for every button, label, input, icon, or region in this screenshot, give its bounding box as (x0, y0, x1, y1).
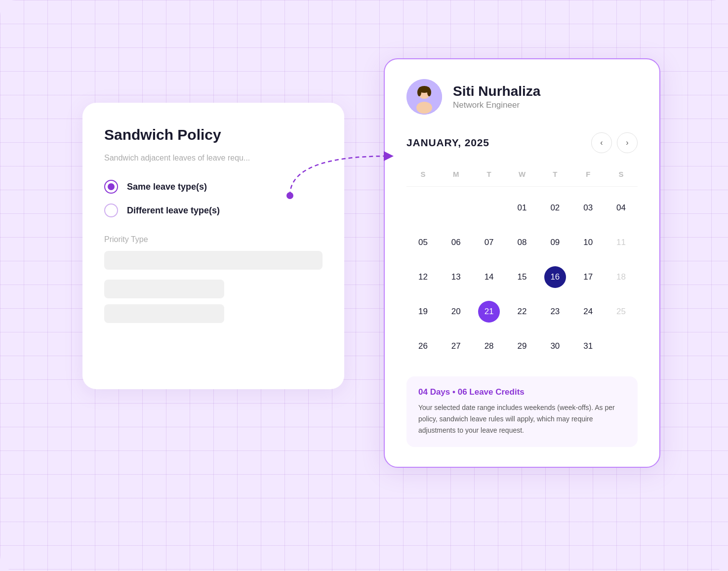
calendar-next-button[interactable]: › (617, 132, 638, 153)
cal-day-25[interactable]: 25 (605, 295, 638, 328)
sandwich-policy-card: Sandwich Policy Sandwich adjacent leaves… (82, 103, 344, 389)
profile-name: Siti Nurhaliza (453, 83, 540, 99)
cal-day-27[interactable]: 27 (440, 330, 473, 363)
cal-day-12[interactable]: 12 (406, 261, 440, 293)
svg-point-6 (427, 88, 431, 96)
cal-day-26[interactable]: 26 (406, 330, 440, 363)
cal-day-02[interactable]: 02 (538, 192, 571, 224)
cal-day-11[interactable]: 11 (605, 226, 638, 259)
cal-day-30[interactable]: 30 (538, 330, 571, 363)
arrow-connector (285, 151, 399, 212)
scene: Sandwich Policy Sandwich adjacent leaves… (68, 43, 660, 528)
cal-day-21[interactable]: 21 (473, 295, 506, 328)
cal-day-05[interactable]: 05 (406, 226, 440, 259)
svg-point-0 (286, 192, 293, 199)
cal-day-28[interactable]: 28 (473, 330, 506, 363)
cal-day-31[interactable]: 31 (571, 330, 605, 363)
profile-info: Siti Nurhaliza Network Engineer (453, 83, 540, 110)
avatar (406, 79, 442, 115)
cal-day-09[interactable]: 09 (538, 226, 571, 259)
calendar-prev-button[interactable]: ‹ (591, 132, 612, 153)
calendar-nav: ‹ › (591, 132, 638, 153)
radio-circle-same[interactable] (104, 180, 118, 194)
calendar-card: Siti Nurhaliza Network Engineer JANUARY,… (384, 58, 660, 468)
summary-highlight: 04 Days • 06 Leave Credits (418, 387, 626, 397)
cal-day-17[interactable]: 17 (571, 261, 605, 293)
dow-thu: T (538, 167, 571, 184)
svg-point-3 (416, 102, 432, 114)
dow-sat: S (605, 167, 638, 184)
radio-label-different: Different leave type(s) (127, 205, 220, 216)
cal-day-19[interactable]: 19 (406, 295, 440, 328)
cal-day-06[interactable]: 06 (440, 226, 473, 259)
cal-day-13[interactable]: 13 (440, 261, 473, 293)
calendar-days: 01 02 03 04 05 06 07 08 09 10 11 12 13 1… (406, 192, 638, 363)
dow-mon: M (440, 167, 473, 184)
dow-fri: F (571, 167, 605, 184)
summary-text: Your selected date range includes weeken… (418, 402, 626, 436)
cal-day-29[interactable]: 29 (506, 330, 539, 363)
svg-point-5 (417, 88, 421, 96)
radio-circle-different[interactable] (104, 204, 118, 217)
cal-day-23[interactable]: 23 (538, 295, 571, 328)
cal-day-15[interactable]: 15 (506, 261, 539, 293)
cal-day-10[interactable]: 10 (571, 226, 605, 259)
cal-day-14[interactable]: 14 (473, 261, 506, 293)
priority-type-input-2[interactable] (104, 280, 224, 298)
sandwich-policy-title: Sandwich Policy (104, 126, 323, 143)
cal-day-20[interactable]: 20 (440, 295, 473, 328)
cal-day-empty-1 (406, 192, 440, 224)
calendar-grid: S M T W T F S 01 02 03 04 05 06 (406, 167, 638, 363)
calendar-month-year: JANUARY, 2025 (406, 137, 489, 149)
calendar-header: JANUARY, 2025 ‹ › (406, 132, 638, 153)
dow-wed: W (506, 167, 539, 184)
priority-type-input-1[interactable] (104, 251, 323, 270)
cal-day-24[interactable]: 24 (571, 295, 605, 328)
priority-type-input-3[interactable] (104, 304, 224, 323)
cal-day-empty-2 (440, 192, 473, 224)
summary-box: 04 Days • 06 Leave Credits Your selected… (406, 376, 638, 447)
cal-day-01[interactable]: 01 (506, 192, 539, 224)
cal-day-04[interactable]: 04 (605, 192, 638, 224)
profile-role: Network Engineer (453, 100, 540, 110)
cal-day-22[interactable]: 22 (506, 295, 539, 328)
dow-tue: T (473, 167, 506, 184)
dow-sun: S (406, 167, 440, 184)
calendar-days-of-week: S M T W T F S (406, 167, 638, 184)
radio-label-same: Same leave type(s) (127, 182, 207, 192)
cal-day-08[interactable]: 08 (506, 226, 539, 259)
priority-type-label: Priority Type (104, 235, 323, 244)
cal-day-16[interactable]: 16 (538, 261, 571, 293)
cal-day-03[interactable]: 03 (571, 192, 605, 224)
calendar-divider (406, 186, 638, 187)
profile-row: Siti Nurhaliza Network Engineer (406, 79, 638, 115)
cal-day-18[interactable]: 18 (605, 261, 638, 293)
cal-day-07[interactable]: 07 (473, 226, 506, 259)
cal-day-empty-end (605, 330, 638, 363)
cal-day-empty-3 (473, 192, 506, 224)
